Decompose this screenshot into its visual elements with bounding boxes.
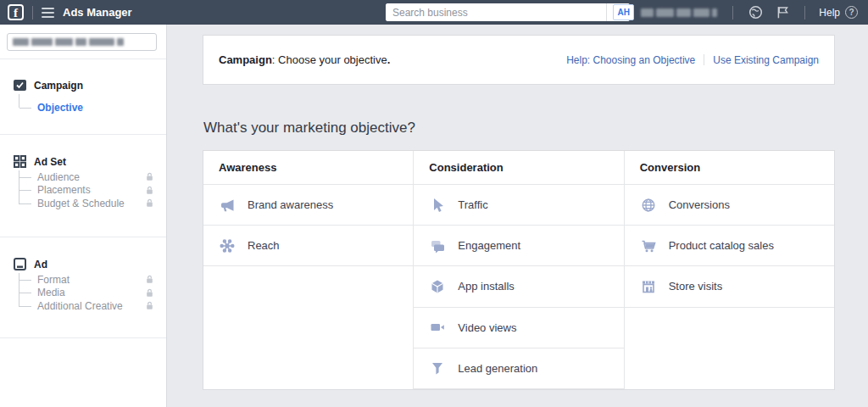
marketing-objective-question: What's your marketing objective? — [203, 120, 415, 137]
lock-icon — [145, 186, 154, 195]
campaign-header-card: Campaign: Choose your objective. Help: C… — [203, 36, 834, 84]
funnel-icon — [429, 360, 446, 376]
flag-announcements-icon[interactable] — [775, 5, 790, 20]
campaign-substeps: Objective — [19, 94, 83, 108]
column-consideration: Consideration Traffic Engagement App ins… — [413, 151, 623, 389]
wizard-sidebar: Campaign Objective Ad Set Audience Place… — [0, 25, 167, 407]
divider — [0, 59, 166, 59]
objective-brand-awareness[interactable]: Brand awareness — [203, 185, 413, 226]
objective-engagement[interactable]: Engagement — [414, 226, 623, 266]
divider — [0, 337, 166, 338]
objective-reach[interactable]: Reach — [203, 226, 413, 266]
column-awareness: Awareness Brand awareness Reach — [203, 151, 413, 389]
megaphone-icon — [219, 197, 236, 214]
globe-grid-icon — [640, 197, 657, 214]
search-box — [386, 3, 630, 21]
step-label: Campaign — [34, 80, 83, 92]
objective-conversions[interactable]: Conversions — [625, 185, 834, 226]
page-title: Campaign: Choose your objective. — [219, 53, 390, 66]
campaign-check-icon — [14, 79, 26, 92]
ad-frame-icon — [14, 258, 26, 270]
search-input[interactable] — [386, 3, 606, 21]
ad-set-substeps: Audience Placements Budget & Schedule — [19, 170, 125, 210]
sidebar-item-format[interactable]: Format — [19, 273, 123, 287]
objective-video-views[interactable]: Video views — [414, 308, 623, 348]
ad-substeps: Format Media Additional Creative — [19, 273, 123, 313]
sidebar-item-objective[interactable]: Objective — [19, 101, 83, 114]
hamburger-menu-icon[interactable] — [42, 8, 54, 18]
column-header: Conversion — [625, 151, 834, 185]
use-existing-campaign-link[interactable]: Use Existing Campaign — [713, 54, 819, 66]
divider — [704, 54, 704, 65]
speech-bubbles-icon — [429, 237, 446, 254]
objective-lead-generation[interactable]: Lead generation — [414, 348, 623, 389]
column-header: Consideration — [414, 151, 623, 185]
lock-icon — [145, 301, 154, 310]
objective-traffic[interactable]: Traffic — [414, 185, 623, 226]
help-menu[interactable]: Help ? — [819, 6, 858, 19]
divider — [732, 6, 733, 20]
help-label: Help — [819, 7, 840, 19]
account-initials-badge[interactable]: AH — [613, 4, 634, 20]
divider — [0, 134, 166, 135]
help-choosing-objective-link[interactable]: Help: Choosing an Objective — [566, 54, 695, 66]
sidebar-item-additional-creative[interactable]: Additional Creative — [19, 299, 123, 313]
app-title: Ads Manager — [63, 6, 132, 19]
reach-icon — [219, 237, 236, 254]
storefront-icon — [640, 278, 657, 295]
globe-notifications-icon[interactable] — [748, 5, 763, 20]
divider — [804, 6, 805, 20]
ad-account-name-redacted — [13, 38, 124, 46]
top-navbar: f Ads Manager AH Help ? — [0, 0, 868, 25]
facebook-logo-icon[interactable]: f — [8, 4, 24, 20]
sidebar-item-budget-schedule[interactable]: Budget & Schedule — [19, 197, 125, 210]
column-header: Awareness — [203, 151, 413, 185]
ad-account-selector[interactable] — [7, 33, 157, 51]
sidebar-item-media[interactable]: Media — [19, 287, 123, 300]
sidebar-item-placements[interactable]: Placements — [19, 184, 125, 198]
cursor-icon — [429, 197, 446, 214]
objectives-table: Awareness Brand awareness Reach Consider… — [203, 151, 834, 389]
account-name-redacted[interactable] — [641, 8, 717, 17]
lock-icon — [145, 172, 154, 181]
video-camera-icon — [429, 319, 446, 336]
divider — [604, 6, 604, 20]
sidebar-step-ad-set[interactable]: Ad Set — [14, 155, 66, 168]
objective-store-visits[interactable]: Store visits — [625, 266, 834, 307]
objective-app-installs[interactable]: App installs — [414, 266, 623, 307]
sidebar-item-audience[interactable]: Audience — [19, 170, 125, 184]
lock-icon — [145, 288, 154, 298]
step-label: Ad — [34, 259, 47, 270]
lock-icon — [145, 275, 154, 284]
divider — [32, 6, 33, 20]
column-conversion: Conversion Conversions Product catalog s… — [624, 151, 834, 389]
cube-icon — [429, 278, 446, 295]
divider — [0, 237, 166, 237]
step-label: Ad Set — [34, 156, 66, 168]
lock-icon — [145, 198, 154, 208]
sidebar-step-campaign[interactable]: Campaign — [14, 79, 83, 92]
main-content: Campaign: Choose your objective. Help: C… — [167, 25, 868, 407]
shopping-cart-icon — [640, 237, 657, 254]
question-mark-icon: ? — [845, 6, 858, 19]
sidebar-step-ad[interactable]: Ad — [14, 258, 47, 270]
ad-set-grid-icon — [14, 155, 26, 168]
objective-product-catalog-sales[interactable]: Product catalog sales — [625, 226, 834, 266]
